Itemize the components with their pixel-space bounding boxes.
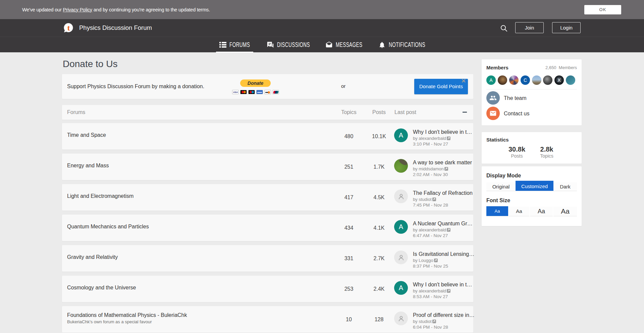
- svg-text:t: t: [67, 23, 70, 32]
